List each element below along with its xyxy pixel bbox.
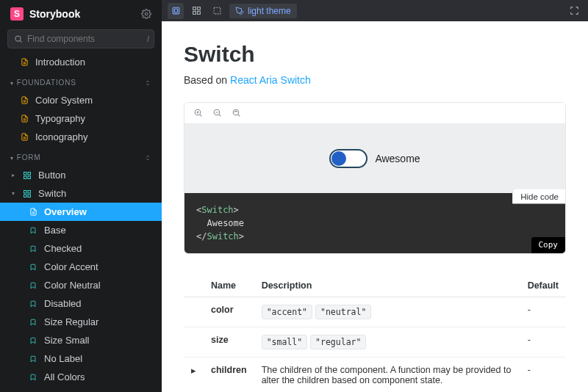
svg-rect-26 xyxy=(197,12,200,15)
sidebar-item-base[interactable]: Base xyxy=(0,221,162,239)
outline-icon[interactable] xyxy=(209,3,225,19)
sidebar-item-label: Base xyxy=(44,225,66,236)
sidebar-item-button[interactable]: ▸ Button xyxy=(0,166,162,184)
copy-button[interactable]: Copy xyxy=(531,237,566,254)
svg-rect-25 xyxy=(193,12,196,15)
sidebar-item-disabled[interactable]: Disabled xyxy=(0,294,162,313)
type-tag: "accent" xyxy=(262,305,312,319)
sidebar: S Storybook / Introduction ▾FOUNDATIONS … xyxy=(0,0,162,392)
table-row: color "accent""neutral" - xyxy=(184,297,566,327)
sidebar-item-label: Overview xyxy=(44,206,87,217)
search-input[interactable] xyxy=(27,34,148,44)
sidebar-header: S Storybook xyxy=(0,0,162,29)
preview-toolbar xyxy=(184,103,565,124)
sidebar-item-label: Color System xyxy=(35,95,93,106)
arg-default: - xyxy=(520,327,566,357)
zoom-reset-icon[interactable] xyxy=(232,108,242,118)
search-shortcut: / xyxy=(147,35,149,43)
sidebar-item-overview[interactable]: Overview xyxy=(0,203,162,221)
sidebar-item-label: No Label xyxy=(44,353,82,364)
component-icon xyxy=(22,189,32,199)
docpage-icon xyxy=(28,207,38,217)
switch-control[interactable] xyxy=(329,149,368,168)
fullscreen-icon[interactable] xyxy=(566,3,582,19)
svg-rect-21 xyxy=(173,7,179,14)
expand-row-icon[interactable]: ▸ xyxy=(184,357,204,393)
arg-default: - xyxy=(520,297,566,327)
sidebar-item-introduction[interactable]: Introduction xyxy=(0,53,162,71)
bookmark-icon xyxy=(28,354,38,364)
sidebar-item-color-system[interactable]: Color System xyxy=(0,91,162,109)
grid-icon[interactable] xyxy=(188,3,204,19)
based-on: Based on React Aria Switch xyxy=(184,74,566,86)
storybook-logo-icon: S xyxy=(10,7,24,21)
document-icon xyxy=(19,57,29,68)
sidebar-item-size-regular[interactable]: Size Regular xyxy=(0,313,162,331)
gear-icon[interactable] xyxy=(141,9,151,19)
main: light theme Switch Based on React Aria S… xyxy=(162,0,588,392)
sidebar-item-typography[interactable]: Typography xyxy=(0,109,162,128)
sort-icon[interactable] xyxy=(144,79,151,87)
sidebar-item-checked[interactable]: Checked xyxy=(0,239,162,258)
svg-line-33 xyxy=(219,115,220,116)
chevron-right-icon: ▸ xyxy=(10,172,16,178)
arg-default: - xyxy=(520,357,566,393)
type-tag: "small" xyxy=(262,335,307,349)
sidebar-item-color-neutral[interactable]: Color Neutral xyxy=(0,276,162,294)
sidebar-item-label: Size Small xyxy=(44,335,89,346)
section-navigation[interactable]: ▾NAVIGATION xyxy=(0,386,162,392)
page-title: Switch xyxy=(184,42,566,67)
args-table: Name Description Default color "accent""… xyxy=(184,275,566,392)
bookmark-icon xyxy=(28,225,38,236)
zoom-in-icon[interactable] xyxy=(193,108,204,118)
sidebar-item-color-accent[interactable]: Color Accent xyxy=(0,258,162,276)
hide-code-button[interactable]: Hide code xyxy=(512,189,566,204)
svg-rect-22 xyxy=(174,9,177,12)
brand[interactable]: S Storybook xyxy=(10,7,80,21)
document-icon xyxy=(19,95,29,106)
sidebar-item-label: All Colors xyxy=(44,371,85,382)
sidebar-item-label: Iconography xyxy=(35,131,88,142)
search-input-wrap[interactable]: / xyxy=(7,29,154,48)
col-default: Default xyxy=(520,275,566,297)
svg-rect-18 xyxy=(28,195,31,197)
svg-rect-11 xyxy=(24,172,27,175)
sidebar-item-no-label[interactable]: No Label xyxy=(0,349,162,368)
svg-line-36 xyxy=(238,115,240,116)
based-on-link[interactable]: React Aria Switch xyxy=(230,74,311,86)
brush-icon xyxy=(235,7,244,15)
bookmark-icon xyxy=(28,317,38,327)
toolbar: light theme xyxy=(162,0,588,21)
svg-rect-23 xyxy=(193,7,196,10)
svg-rect-16 xyxy=(28,190,31,193)
brand-name: Storybook xyxy=(29,8,80,20)
arg-name: children xyxy=(204,357,254,393)
section-foundations[interactable]: ▾FOUNDATIONS xyxy=(0,71,162,91)
sidebar-item-all-colors[interactable]: All Colors xyxy=(0,368,162,386)
sidebar-item-label: Button xyxy=(38,170,66,181)
sidebar-item-switch[interactable]: ▾ Switch xyxy=(0,184,162,203)
section-form[interactable]: ▾FORM xyxy=(0,146,162,166)
document-icon xyxy=(19,132,29,142)
bookmark-icon xyxy=(28,244,38,254)
zoom-out-icon[interactable] xyxy=(212,108,223,118)
svg-line-29 xyxy=(200,115,201,116)
arg-description: The children of the component. A functio… xyxy=(254,357,520,393)
sidebar-item-label: Color Neutral xyxy=(44,280,101,291)
sort-icon[interactable] xyxy=(144,154,151,161)
sidebar-item-label: Checked xyxy=(44,243,82,254)
svg-line-2 xyxy=(20,40,21,42)
code-block: <Switch> Awesome </Switch> Copy xyxy=(184,193,565,253)
canvas-tab-icon[interactable] xyxy=(168,3,184,19)
sidebar-item-size-small[interactable]: Size Small xyxy=(0,331,162,349)
component-icon xyxy=(22,170,32,181)
theme-switcher[interactable]: light theme xyxy=(229,4,297,18)
arg-name: color xyxy=(204,297,254,327)
search-icon xyxy=(14,35,23,43)
svg-rect-15 xyxy=(24,190,27,193)
sidebar-item-label: Switch xyxy=(38,188,66,199)
svg-rect-13 xyxy=(24,176,27,179)
svg-point-35 xyxy=(233,109,239,115)
sidebar-item-iconography[interactable]: Iconography xyxy=(0,128,162,146)
bookmark-icon xyxy=(28,335,38,346)
